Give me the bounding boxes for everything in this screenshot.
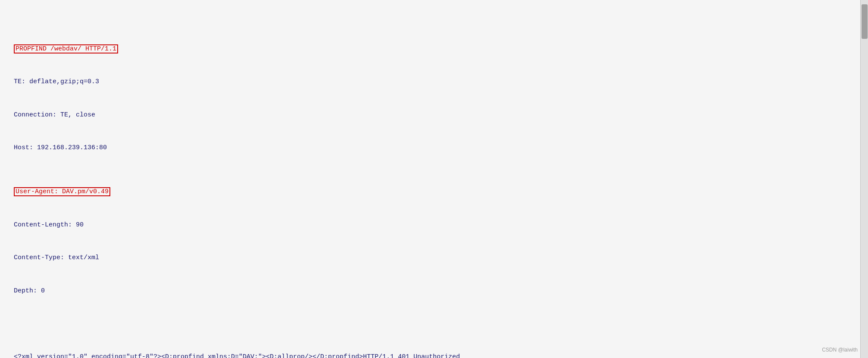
line-te: TE: deflate,gzip;q=0.3: [14, 76, 846, 88]
line-content-type-1: Content-Type: text/xml: [14, 252, 846, 264]
http-request-response: PROPFIND /webdav/ HTTP/1.1 TE: deflate,g…: [14, 10, 846, 358]
scrollbar-thumb[interactable]: [862, 4, 868, 39]
watermark: CSDN @laiwith: [822, 347, 858, 353]
line-host: Host: 192.168.239.136:80: [14, 142, 846, 154]
line-depth: Depth: 0: [14, 286, 846, 297]
line-content-length-1: Content-Length: 90: [14, 220, 846, 231]
scrollbar[interactable]: [860, 0, 868, 358]
highlight-propfind: PROPFIND /webdav/ HTTP/1.1: [14, 44, 118, 53]
line-connection: Connection: TE, close: [14, 110, 846, 121]
line-user-agent: User-Agent: DAV.pm/v0.49: [14, 186, 846, 198]
line-xml-response: <?xml version="1.0" encoding="utf-8"?><D…: [14, 352, 846, 358]
code-content: PROPFIND /webdav/ HTTP/1.1 TE: deflate,g…: [0, 0, 860, 358]
highlight-user-agent: User-Agent: DAV.pm/v0.49: [14, 187, 110, 196]
line-propfind: PROPFIND /webdav/ HTTP/1.1: [14, 44, 846, 55]
empty-line-1: [14, 318, 846, 330]
